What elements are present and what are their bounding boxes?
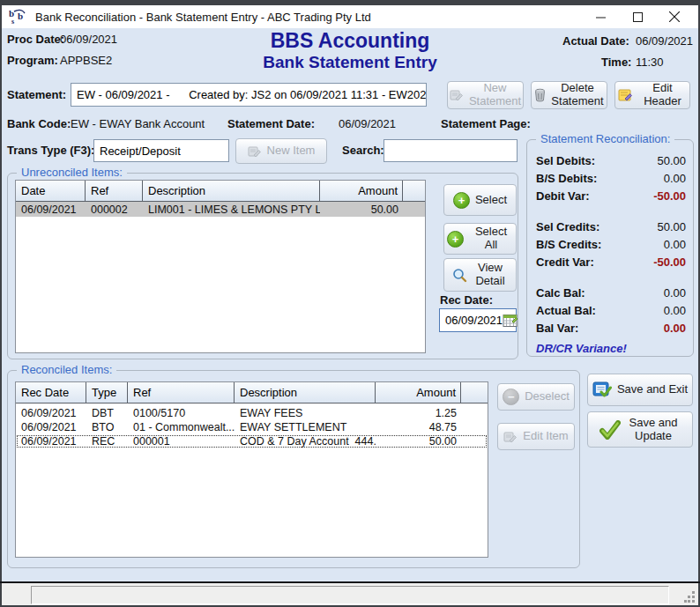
rec-date-input[interactable]: 06/09/2021	[439, 308, 517, 332]
bank-code-label: Bank Code:	[7, 117, 71, 130]
bank-code-value: EW - EWAY Bank Account	[71, 117, 205, 130]
column-header-description[interactable]: Description	[235, 382, 376, 403]
close-button[interactable]	[656, 5, 693, 28]
save-and-update-button[interactable]: Save and Update	[587, 411, 693, 448]
recon-row: Actual Bal:0.00	[536, 304, 686, 317]
cell-amount: 50.00	[320, 204, 403, 216]
time-value: 11:30	[636, 56, 664, 69]
resize-grip[interactable]	[684, 591, 696, 603]
edit-item-label: Edit Item	[523, 430, 568, 443]
actual-date-label: Actual Date:	[562, 34, 629, 48]
column-header-description[interactable]: Description	[143, 181, 320, 201]
edit-document-icon	[503, 430, 518, 444]
calendar-icon[interactable]	[503, 314, 518, 328]
table-row[interactable]: 06/09/2021 REC 000001 COD & 7 Day Accoun…	[16, 434, 488, 448]
column-header-type[interactable]: Type	[86, 382, 128, 403]
recon-row: B/S Debits:0.00	[536, 172, 686, 185]
edit-header-label: Edit Header	[638, 82, 687, 107]
trash-icon	[534, 88, 546, 102]
deselect-label: Deselect	[525, 390, 570, 403]
search-input[interactable]	[384, 139, 518, 162]
new-item-button[interactable]: New Item	[235, 138, 327, 164]
select-all-button[interactable]: + Select All	[443, 223, 517, 255]
unreconciled-items-group: Unreconciled Items: Date Ref Description…	[7, 173, 518, 359]
view-detail-label: View Detail	[473, 262, 508, 287]
recon-row: B/S Credits:0.00	[536, 238, 686, 251]
statement-reconciliation-caption: Statement Reconciliation:	[536, 132, 674, 145]
trans-type-label: Trans Type (F3):	[7, 144, 94, 157]
new-statement-label: New Statement	[469, 82, 521, 107]
column-header-filler	[461, 382, 488, 403]
column-header-amount[interactable]: Amount	[376, 382, 461, 403]
edit-note-icon	[618, 88, 633, 102]
column-header-filler	[403, 181, 425, 201]
save-and-exit-button[interactable]: Save and Exit	[587, 374, 693, 406]
application-window: b b s Bank Reconciliation - Bank Stateme…	[0, 0, 700, 607]
actual-date-value: 06/09/2021	[636, 34, 693, 48]
rec-date-label: Rec Date:	[440, 293, 493, 307]
table-row[interactable]: 06/09/2021 DBT 0100/5170 EWAY FEES 1.25	[16, 406, 488, 420]
search-label: Search:	[342, 144, 384, 157]
cell-date: 06/09/2021	[16, 204, 86, 216]
unreconciled-items-caption: Unreconciled Items:	[17, 166, 127, 179]
window-title: Bank Reconciliation - Bank Statement Ent…	[35, 11, 582, 24]
plus-icon: +	[453, 192, 470, 209]
main-content: Proc Date: 06/09/2021 Program: APPBSE2 B…	[2, 28, 698, 581]
unreconciled-table-header: Date Ref Description Amount	[16, 181, 425, 202]
statement-page-label: Statement Page:	[441, 117, 531, 130]
magnifier-icon	[452, 268, 467, 283]
new-document-icon	[248, 144, 262, 159]
reconciled-items-group: Reconciled Items: Rec Date Type Ref Desc…	[7, 370, 580, 568]
edit-item-button[interactable]: Edit Item	[497, 423, 575, 450]
select-label: Select	[475, 194, 507, 207]
column-header-rec-date[interactable]: Rec Date	[16, 382, 86, 403]
reconciled-table-header: Rec Date Type Ref Description Amount	[16, 382, 488, 403]
column-header-date[interactable]: Date	[16, 181, 86, 201]
cell-description: LIM001 - LIMES & LEMONS PTY L...	[143, 204, 320, 216]
save-and-update-label: Save and Update	[626, 417, 681, 442]
screen-title: Bank Statement Entry	[2, 53, 698, 72]
select-button[interactable]: + Select	[443, 184, 517, 216]
save-exit-icon	[592, 381, 612, 399]
maximize-button[interactable]	[619, 5, 656, 28]
recon-row: Debit Var:-50.00	[536, 189, 686, 203]
statement-date-label: Statement Date:	[227, 117, 315, 130]
edit-header-button[interactable]: Edit Header	[614, 81, 690, 109]
reconciled-items-table: Rec Date Type Ref Description Amount 06/…	[15, 381, 488, 558]
variance-warning: DR/CR Variance!	[536, 342, 627, 355]
column-header-ref[interactable]: Ref	[86, 181, 143, 201]
recon-row: Sel Credits:50.00	[536, 220, 686, 233]
minimize-button[interactable]	[582, 5, 619, 28]
status-panel	[31, 586, 669, 604]
statement-reconciliation-group: Statement Reconciliation: Sel Debits:50.…	[526, 139, 694, 357]
chevron-down-icon	[197, 148, 223, 162]
delete-statement-button[interactable]: Delete Statement	[531, 81, 607, 109]
statement-dropdown[interactable]: EW - 06/09/2021 - Created by: JS2 on 06/…	[71, 83, 427, 107]
statement-date-value: 06/09/2021	[339, 117, 396, 130]
statement-label: Statement:	[7, 88, 66, 101]
unreconciled-items-table: Date Ref Description Amount 06/09/2021 0…	[15, 180, 426, 353]
view-detail-button[interactable]: View Detail	[443, 258, 517, 292]
select-all-label: Select All	[469, 226, 513, 251]
table-row[interactable]: 06/09/2021 BTO 01 - Commonwealt... EWAY …	[16, 420, 488, 434]
column-header-amount[interactable]: Amount	[320, 181, 403, 201]
chevron-down-icon	[395, 93, 421, 107]
recon-row: Bal Var:0.00	[536, 322, 686, 335]
new-item-label: New Item	[267, 144, 316, 158]
trans-type-dropdown[interactable]: Receipt/Deposit	[93, 139, 229, 162]
cell-ref: 000002	[86, 204, 143, 216]
column-header-ref[interactable]: Ref	[128, 382, 235, 403]
save-and-exit-label: Save and Exit	[617, 383, 688, 396]
delete-statement-label: Delete Statement	[551, 82, 604, 107]
time-label: Time:	[601, 56, 631, 69]
deselect-button[interactable]: − Deselect	[497, 383, 575, 411]
new-document-icon	[450, 88, 464, 102]
table-row[interactable]: 06/09/2021 000002 LIM001 - LIMES & LEMON…	[16, 202, 425, 217]
minus-icon: −	[503, 389, 519, 405]
plus-icon: +	[447, 231, 464, 248]
check-icon	[599, 420, 621, 440]
new-statement-button[interactable]: New Statement	[447, 81, 524, 109]
statement-dropdown-value: EW - 06/09/2021 - Created by: JS2 on 06/…	[77, 88, 427, 101]
title-bar: b b s Bank Reconciliation - Bank Stateme…	[2, 5, 698, 28]
svg-text:s: s	[11, 18, 14, 26]
